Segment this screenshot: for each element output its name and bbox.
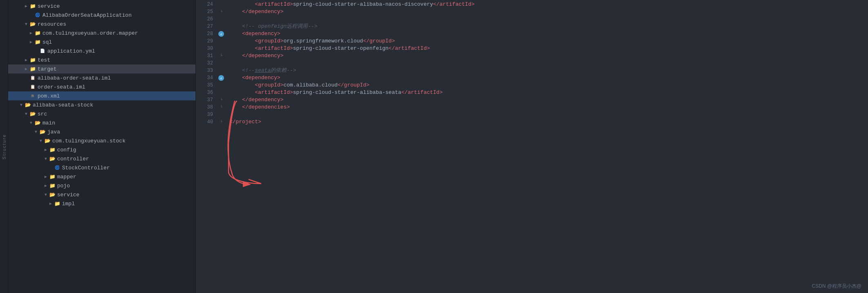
tree-item-alibaba-seata-stock[interactable]: ▼ 📂 alibaba-seata-stock [8,100,195,109]
code-line-37: </dependency> [229,96,868,104]
tree-arrow: ▶ [23,57,29,63]
code-tag: <groupId> [255,38,283,45]
tree-item-java-2[interactable]: ▼ 📂 java [8,127,195,136]
gutter-28[interactable]: ↺ [216,30,226,38]
code-tag: <dependency> [242,30,280,38]
tree-item-impl[interactable]: ▶ 📁 impl [8,199,195,208]
tree-arrow: ▼ [38,138,44,144]
gutter-29 [216,38,226,45]
line-num-33: 33 [196,67,213,74]
tree-item-main-2[interactable]: ▼ 📂 main [8,118,195,127]
code-comment: 的依赖--> [271,67,296,74]
tree-arrow: ▼ [42,191,49,198]
fold-indicator-37[interactable]: └ [220,98,222,102]
tree-item-order-iml[interactable]: 📋 alibaba-order-seata.iml [8,73,195,82]
tree-arrow: ▶ [28,30,34,36]
tree-item-mapper-package[interactable]: ▶ 📁 com.tulingxueyuan.order.mapper [8,29,195,38]
fold-indicator-31[interactable]: └ [220,54,222,58]
code-tag: </artifactId> [401,89,442,96]
watermark-text: CSDN @程序员小杰@ [812,283,861,289]
gutter-39 [216,111,226,118]
code-line-34: <dependency> [229,74,868,82]
tree-label: resources [38,21,192,27]
tree-item-application-yml[interactable]: 📄 application.yml [8,47,195,55]
line-num-27: 27 [196,23,213,30]
code-line-27: <!-- openfeign远程调用--> [229,23,868,30]
tree-arrow: ▼ [42,155,49,162]
tree-item-config[interactable]: ▶ 📁 config [8,145,195,154]
line-num-36: 36 [196,89,213,96]
tree-arrow: ▶ [42,173,49,180]
tree-arrow: ▶ [23,3,29,9]
gutter-36 [216,89,226,96]
tree-item-service-2[interactable]: ▼ 📂 service [8,190,195,199]
structure-label: Structure [2,134,7,160]
tree-label: src [38,111,192,117]
code-line-28: <dependency> [229,30,868,38]
tree-item-alibabaorderseata[interactable]: 🌀 AlibabaOrderSeataApplication [8,11,195,20]
tree-arrow: ▼ [33,129,39,135]
gutter-25[interactable]: └ [216,8,226,16]
gutter-35 [216,82,226,89]
folder-open-icon: 📂 [29,111,36,117]
tree-label: sql [42,39,192,45]
tree-label: controller [57,156,192,162]
code-line-33: <!--seata的依赖--> [229,67,868,74]
tree-item-resources[interactable]: ▼ 📂 resources [8,20,195,29]
tree-item-controller[interactable]: ▼ 📂 controller [8,154,195,163]
gutter-37[interactable]: └ [216,96,226,104]
gutter-33 [216,67,226,74]
code-line-40: </project> [229,118,868,126]
gutter-38[interactable]: └ [216,104,226,111]
code-text [229,89,255,96]
tree-item-test[interactable]: ▶ 📁 test [8,55,195,64]
tree-item-order-seata-iml[interactable]: 📋 order-seata.iml [8,82,195,91]
tree-item-src-2[interactable]: ▼ 📂 src [8,109,195,118]
tree-item-pom-xml[interactable]: m pom.xml [8,91,195,100]
tree-label: AlibabaOrderSeataApplication [42,12,192,18]
code-text [229,8,242,16]
code-tag: </dependencies> [242,104,290,111]
tree-item-pojo-2[interactable]: ▶ 📁 pojo [8,181,195,190]
code-line-32 [229,60,868,67]
code-text [229,74,242,82]
breakpoint-marker-28[interactable]: ↺ [218,31,224,37]
tree-label: com.tulingxueyuan.order.mapper [42,30,192,36]
tree-item-stock-controller[interactable]: 🌀 StockController [8,163,195,172]
code-line-38: </dependencies> [229,104,868,111]
gutter-27 [216,23,226,30]
folder-icon: 📁 [34,30,41,36]
tree-item-mapper-2[interactable]: ▶ 📁 mapper [8,172,195,181]
gutter-26 [216,16,226,23]
fold-indicator-40[interactable]: └ [220,120,222,124]
code-line-39 [229,111,868,118]
folder-open-icon: 📂 [49,155,55,162]
tree-label: StockController [62,165,192,171]
line-num-35: 35 [196,82,213,89]
tree-item-service-1[interactable]: ▶ 📁 service [8,2,195,11]
gutter-30 [216,45,226,52]
line-num-28: 28 [196,30,213,38]
gutter-31[interactable]: └ [216,52,226,60]
tree-label: java [47,129,192,135]
yml-icon: 📄 [39,48,46,54]
gutter-34[interactable]: ↺ [216,74,226,82]
tree-label: service [57,192,192,198]
tree-item-stock-package[interactable]: ▼ 📂 com.tulingxueyuan.stock [8,136,195,145]
gutter-40[interactable]: └ [216,118,226,126]
line-num-32: 32 [196,60,213,67]
code-text [229,82,255,89]
code-tag: </project> [229,118,261,126]
code-text [229,52,242,60]
tree-item-target[interactable]: ▶ 📁 target [8,64,195,73]
breakpoint-marker-34[interactable]: ↺ [218,75,224,81]
fold-indicator-38[interactable]: └ [220,105,222,110]
tree-arrow: ▼ [23,111,29,117]
code-text: spring-cloud-starter-alibaba-nacos-disco… [293,1,433,8]
code-tag: <artifactId> [255,89,293,96]
folder-open-icon: 📂 [44,138,51,144]
tree-item-sql[interactable]: ▶ 📁 sql [8,38,195,47]
fold-indicator-25[interactable]: └ [220,10,222,14]
line-num-29: 29 [196,38,213,45]
folder-open-icon: 📂 [49,191,55,198]
